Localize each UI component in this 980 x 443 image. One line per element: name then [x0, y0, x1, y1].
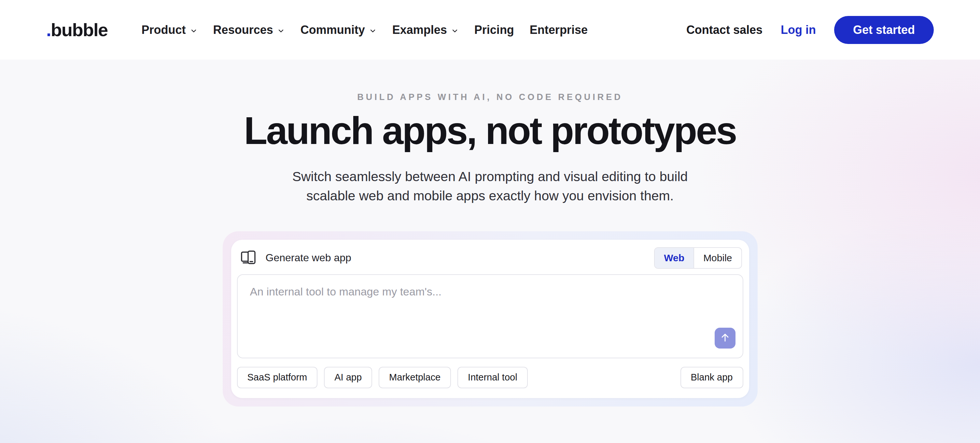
- submit-prompt-button[interactable]: [715, 328, 735, 349]
- bubble-logo[interactable]: .bubble: [46, 19, 108, 40]
- nav-item-community[interactable]: Community: [301, 23, 377, 37]
- chevron-down-icon: [451, 27, 459, 35]
- hero-section: BUILD APPS WITH AI, NO CODE REQUIRED Lau…: [0, 92, 980, 406]
- get-started-button[interactable]: Get started: [834, 16, 934, 44]
- chip-saas-platform[interactable]: SaaS platform: [237, 367, 318, 388]
- nav-item-resources[interactable]: Resources: [213, 23, 285, 37]
- hero-eyebrow: BUILD APPS WITH AI, NO CODE REQUIRED: [0, 92, 980, 102]
- suggestion-chips: SaaS platform AI app Marketplace Interna…: [237, 358, 743, 398]
- chevron-down-icon: [369, 27, 377, 35]
- nav-item-label: Pricing: [474, 23, 514, 37]
- chevron-down-icon: [190, 27, 197, 35]
- chevron-down-icon: [277, 27, 285, 35]
- nav-item-product[interactable]: Product: [142, 23, 197, 37]
- arrow-up-icon: [719, 332, 730, 344]
- app-generator-card: Generate web app Web Mobile: [223, 231, 757, 406]
- chip-ai-app[interactable]: AI app: [324, 367, 372, 388]
- nav-menu: Product Resources Community Examples: [142, 23, 588, 37]
- nav-actions: Contact sales Log in Get started: [686, 16, 934, 44]
- hero-subtitle-line2: scalable web and mobile apps exactly how…: [0, 186, 980, 206]
- logo-text: bubble: [51, 19, 108, 40]
- hero-subtitle: Switch seamlessly between AI prompting a…: [0, 167, 980, 206]
- generator-title: Generate web app: [266, 252, 351, 264]
- generator-header: Generate web app Web Mobile: [237, 240, 743, 274]
- toggle-option-mobile[interactable]: Mobile: [694, 248, 741, 268]
- nav-item-label: Product: [142, 23, 186, 37]
- logo-dot: .: [46, 19, 51, 40]
- nav-item-pricing[interactable]: Pricing: [474, 23, 514, 37]
- nav-item-examples[interactable]: Examples: [392, 23, 459, 37]
- devices-icon: [239, 248, 258, 268]
- prompt-area: [237, 274, 743, 358]
- nav-item-enterprise[interactable]: Enterprise: [530, 23, 588, 37]
- chip-internal-tool[interactable]: Internal tool: [457, 367, 528, 388]
- app-generator-inner: Generate web app Web Mobile: [231, 240, 749, 398]
- nav-item-label: Enterprise: [530, 23, 588, 37]
- device-toggle: Web Mobile: [654, 247, 742, 269]
- hero-subtitle-line1: Switch seamlessly between AI prompting a…: [0, 167, 980, 186]
- toggle-option-web[interactable]: Web: [655, 248, 694, 268]
- chip-marketplace[interactable]: Marketplace: [379, 367, 451, 388]
- nav-item-label: Examples: [392, 23, 447, 37]
- page-title: Launch apps, not prototypes: [0, 111, 980, 151]
- nav-item-label: Community: [301, 23, 365, 37]
- contact-sales-link[interactable]: Contact sales: [686, 23, 762, 37]
- nav-item-label: Resources: [213, 23, 273, 37]
- chip-blank-app[interactable]: Blank app: [681, 367, 743, 388]
- top-navigation: .bubble Product Resources Community: [0, 0, 980, 60]
- login-link[interactable]: Log in: [781, 23, 816, 37]
- prompt-input[interactable]: [237, 274, 743, 358]
- bubble-homepage: .bubble Product Resources Community: [0, 0, 980, 443]
